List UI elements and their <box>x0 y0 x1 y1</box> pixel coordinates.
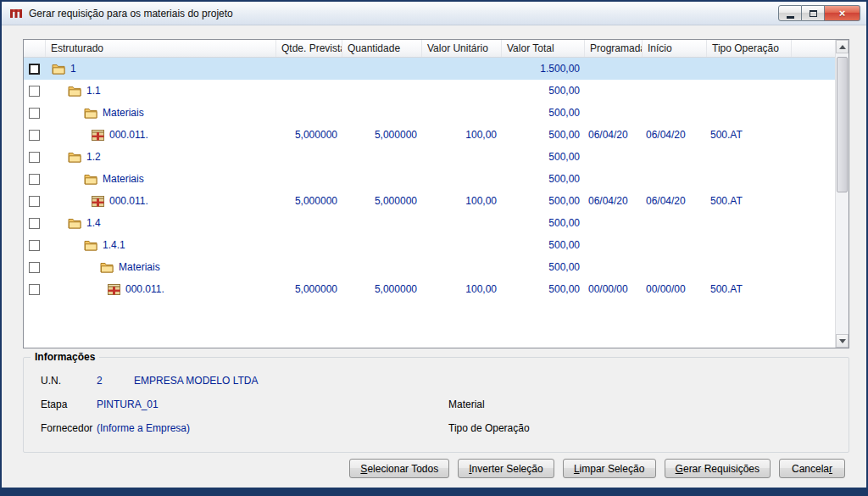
cell-valor-total: 500,00 <box>502 195 585 207</box>
row-checkbox[interactable] <box>29 86 40 97</box>
material-package-icon <box>108 284 120 295</box>
grid-rows: 11.500,001.1500,00Materiais500,00000.011… <box>24 58 835 348</box>
cell-valor-total: 500,00 <box>502 261 585 273</box>
row-checkbox[interactable] <box>29 196 40 207</box>
un-code-value: 2 <box>97 375 103 387</box>
node-label: Materiais <box>119 261 160 273</box>
table-row[interactable]: Materiais500,00 <box>24 168 835 190</box>
row-checkbox[interactable] <box>29 284 40 295</box>
row-checkbox[interactable] <box>29 218 40 229</box>
info-title: Informações <box>31 351 99 363</box>
folder-icon <box>84 240 97 251</box>
folder-icon <box>68 86 81 97</box>
scrollbar-thumb[interactable] <box>837 57 848 192</box>
minimize-button[interactable] <box>778 5 802 21</box>
grid-header: EstruturadoQtde. PrevistaQuantidadeValor… <box>24 40 835 58</box>
cell-valor-total: 1.500,00 <box>502 63 585 75</box>
etapa-label: Etapa <box>41 398 67 410</box>
table-row[interactable]: 1.4.1500,00 <box>24 234 835 256</box>
un-name-value: EMPRESA MODELO LTDA <box>134 375 258 387</box>
titlebar[interactable]: Gerar requisição para os materiais do pr… <box>2 2 866 25</box>
folder-icon <box>52 64 65 75</box>
column-header-inicio[interactable]: Início <box>643 40 707 57</box>
column-header-checkbox[interactable] <box>24 40 46 57</box>
maximize-button[interactable] <box>802 5 825 21</box>
node-label: Materiais <box>103 173 144 185</box>
select-all-button[interactable]: Selecionar Todos <box>349 459 449 478</box>
column-header-programada[interactable]: Programada <box>585 40 643 57</box>
table-row[interactable]: 1.2500,00 <box>24 146 835 168</box>
close-button[interactable]: × <box>825 5 860 21</box>
cell-quantidade: 5,000000 <box>342 283 422 295</box>
cell-valor-unitario: 100,00 <box>422 195 502 207</box>
node-label: 1.1 <box>86 85 101 97</box>
table-row[interactable]: 1.1500,00 <box>24 80 835 102</box>
cell-tipo-operacao: 500.AT <box>707 283 792 295</box>
clear-selection-button[interactable]: Limpar Seleção <box>563 459 656 478</box>
node-label: 1.2 <box>86 151 101 163</box>
row-checkbox[interactable] <box>29 262 40 273</box>
material-package-icon <box>92 196 104 207</box>
generate-requisitions-button[interactable]: Gerar Requisições <box>665 459 771 478</box>
cell-inicio: 06/04/20 <box>643 129 707 141</box>
table-row[interactable]: 000.011.5,0000005,000000100,00500,0006/0… <box>24 190 835 212</box>
table-row[interactable]: 000.011.5,0000005,000000100,00500,0006/0… <box>24 124 835 146</box>
column-header-quantidade[interactable]: Quantidade <box>342 40 422 57</box>
row-checkbox[interactable] <box>29 108 40 119</box>
window-controls: × <box>778 5 860 21</box>
folder-icon <box>68 152 81 163</box>
column-header-filler <box>792 40 835 57</box>
vertical-scrollbar[interactable] <box>835 40 849 348</box>
row-checkbox[interactable] <box>29 130 40 141</box>
folder-icon <box>84 108 97 119</box>
table-row[interactable]: 1.4500,00 <box>24 212 835 234</box>
scroll-down-button[interactable] <box>836 334 849 348</box>
cell-qtde-prevista: 5,000000 <box>276 195 342 207</box>
cell-programada: 06/04/20 <box>585 129 643 141</box>
table-row[interactable]: Materiais500,00 <box>24 256 835 278</box>
scroll-up-button[interactable] <box>836 40 849 53</box>
window-title: Gerar requisição para os materiais do pr… <box>29 8 233 20</box>
app-icon <box>9 7 23 20</box>
minimize-icon <box>787 16 794 19</box>
folder-icon <box>84 174 97 185</box>
arrow-up-icon <box>839 45 846 49</box>
cell-quantidade: 5,000000 <box>342 129 422 141</box>
fornecedor-value[interactable]: (Informe a Empresa) <box>97 422 190 434</box>
column-header-valor-unitario[interactable]: Valor Unitário <box>422 40 502 57</box>
table-row[interactable]: 000.011.5,0000005,000000100,00500,0000/0… <box>24 278 835 300</box>
row-checkbox[interactable] <box>29 152 40 163</box>
cell-valor-total: 500,00 <box>502 129 585 141</box>
table-row[interactable]: Materiais500,00 <box>24 102 835 124</box>
cell-quantidade: 5,000000 <box>342 195 422 207</box>
cell-programada: 06/04/20 <box>585 195 643 207</box>
node-label: 000.011. <box>125 283 164 295</box>
un-label: U.N. <box>41 375 61 387</box>
invert-selection-button[interactable]: Inverter Seleção <box>458 459 554 478</box>
row-checkbox[interactable] <box>29 240 40 251</box>
column-header-qtde-prevista[interactable]: Qtde. Prevista <box>276 40 342 57</box>
row-checkbox[interactable] <box>29 174 40 185</box>
tipo-operacao-label: Tipo de Operação <box>448 422 530 434</box>
cell-valor-unitario: 100,00 <box>422 129 502 141</box>
cell-valor-total: 500,00 <box>502 239 585 251</box>
cancel-button[interactable]: Cancelar <box>779 459 845 478</box>
cell-valor-total: 500,00 <box>502 151 585 163</box>
cell-valor-total: 500,00 <box>502 283 585 295</box>
cell-valor-unitario: 100,00 <box>422 283 502 295</box>
column-header-valor-total[interactable]: Valor Total <box>502 40 585 57</box>
row-checkbox[interactable] <box>29 64 40 75</box>
column-header-estruturado[interactable]: Estruturado <box>46 40 276 57</box>
cell-qtde-prevista: 5,000000 <box>276 129 342 141</box>
info-groupbox: Informações U.N. 2 EMPRESA MODELO LTDA E… <box>23 351 849 453</box>
column-header-tipo-operacao[interactable]: Tipo Operação <box>707 40 792 57</box>
info-row-un: U.N. 2 EMPRESA MODELO LTDA <box>41 375 832 388</box>
info-row-etapa: Etapa PINTURA_01 Material <box>41 398 832 412</box>
node-label: 1 <box>70 63 76 75</box>
cell-qtde-prevista: 5,000000 <box>276 283 342 295</box>
table-row[interactable]: 11.500,00 <box>24 58 835 80</box>
materials-grid: EstruturadoQtde. PrevistaQuantidadeValor… <box>23 39 849 348</box>
maximize-icon <box>810 10 817 17</box>
cell-valor-total: 500,00 <box>502 217 585 229</box>
fornecedor-label: Fornecedor <box>41 422 92 434</box>
